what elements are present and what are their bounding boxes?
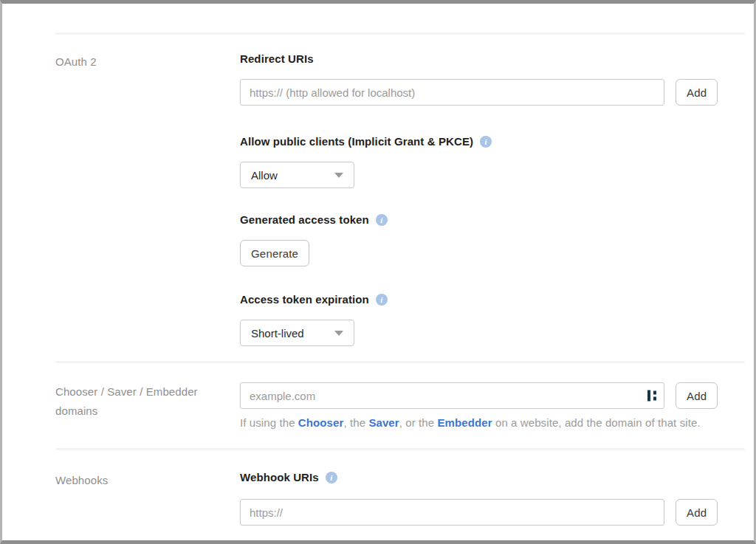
hint-text: on a website, add the domain of that sit… (492, 416, 701, 429)
hint-text: , the (343, 416, 368, 429)
token-expiration-heading: Access token expiration (240, 293, 369, 306)
redirect-uri-input[interactable] (240, 79, 664, 106)
redirect-uri-add-button[interactable]: Add (676, 79, 718, 106)
webhook-uri-input[interactable] (240, 499, 664, 526)
app-settings-panel: OAuth 2 Redirect URIs Add Allow public c… (0, 0, 756, 544)
section-domains: Chooser / Saver / Embedder domains Add I… (55, 382, 745, 429)
token-expiration-dropdown-value: Short-lived (251, 327, 304, 340)
chevron-down-icon (334, 331, 343, 336)
embedder-link[interactable]: Embedder (438, 416, 492, 429)
section-divider (55, 448, 745, 450)
info-icon[interactable]: i (326, 472, 337, 483)
hint-text: , or the (399, 416, 438, 429)
webhook-add-button[interactable]: Add (676, 499, 718, 526)
webhook-uris-heading: Webhook URIs (240, 471, 319, 483)
section-divider-top (55, 32, 745, 35)
oauth2-section-label: OAuth 2 (55, 52, 225, 72)
section-divider (55, 361, 745, 363)
domain-add-button[interactable]: Add (676, 382, 718, 409)
info-icon[interactable]: i (376, 294, 388, 306)
section-oauth2: OAuth 2 Redirect URIs Add Allow public c… (55, 52, 745, 346)
info-icon[interactable]: i (480, 136, 492, 148)
generate-token-button[interactable]: Generate (240, 240, 309, 266)
token-expiration-dropdown[interactable]: Short-lived (240, 320, 354, 346)
public-clients-dropdown-value: Allow (251, 169, 278, 182)
hint-text: If using the (240, 416, 298, 429)
saver-link[interactable]: Saver (368, 416, 399, 429)
webhooks-section-label: Webhooks (55, 471, 225, 490)
info-icon[interactable]: i (376, 214, 388, 226)
chevron-down-icon (334, 173, 343, 178)
domains-hint: If using the Chooser, the Saver, or the … (240, 416, 745, 429)
domains-section-label: Chooser / Saver / Embedder domains (55, 382, 225, 421)
domain-input[interactable] (240, 382, 664, 409)
redirect-uris-heading: Redirect URIs (240, 52, 314, 65)
public-clients-heading: Allow public clients (Implicit Grant & P… (240, 135, 473, 148)
chooser-link[interactable]: Chooser (298, 416, 344, 429)
public-clients-dropdown[interactable]: Allow (240, 162, 354, 188)
generated-token-heading: Generated access token (240, 213, 369, 226)
section-webhooks: Webhooks Webhook URIs i Add (55, 471, 745, 526)
